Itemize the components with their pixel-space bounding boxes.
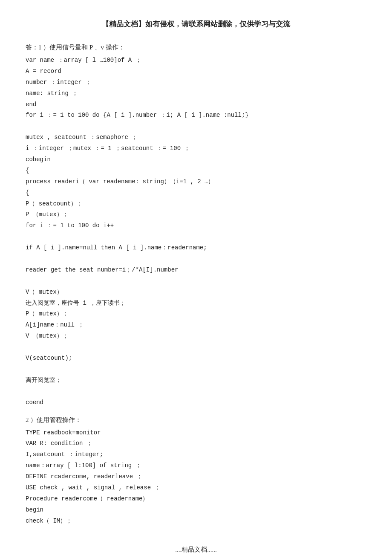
code-block-2: TYPE readbook=monitor VAR R: condition ；… [26, 428, 366, 527]
section2-header: 2 ）使用管程操作： [26, 414, 366, 426]
section1-header: 答：1 ）使用信号量和 P 、v 操作： [26, 42, 366, 53]
code-block-1: var name ：array [ l …100]of A ； A = reco… [26, 55, 366, 408]
page-title: 【精品文档】如有侵权，请联系网站删除，仅供学习与交流 [26, 17, 366, 32]
footer-text: ....精品文档...... [26, 544, 366, 555]
